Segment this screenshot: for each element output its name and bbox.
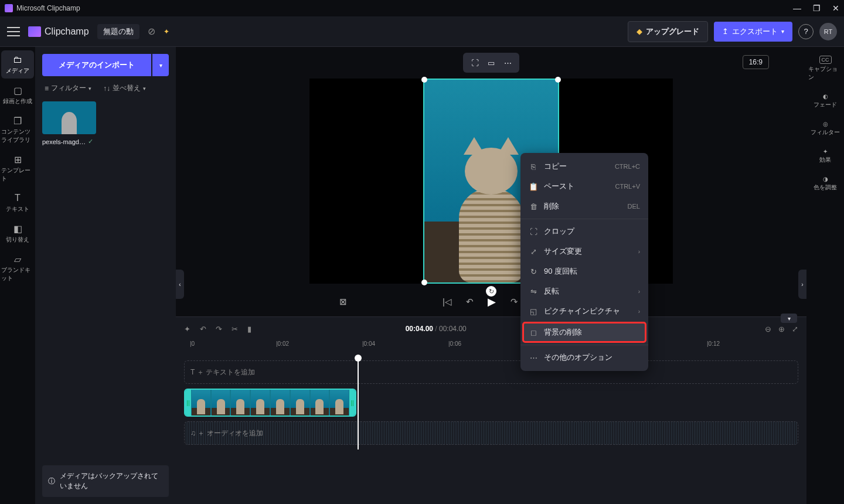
menu-item-paste[interactable]: 📋ペーストCTRL+V: [520, 176, 648, 196]
zoom-out-button[interactable]: ⊖: [765, 325, 771, 333]
import-dropdown[interactable]: ▾: [152, 54, 169, 76]
resize-handle-tr[interactable]: [555, 77, 561, 83]
menu-item-more[interactable]: ⋯その他のオプション: [520, 348, 648, 367]
rr-label: フェード: [814, 101, 837, 109]
menu-item-crop[interactable]: ⛶クロップ: [520, 222, 648, 241]
sparkle-icon[interactable]: ✦: [164, 28, 169, 36]
text-track[interactable]: T ＋ テキストを追加: [184, 360, 798, 384]
cm-label: その他のオプション: [544, 352, 612, 363]
filter-label: フィルター: [51, 83, 86, 93]
sidebar-item-captions[interactable]: CCキャプション: [808, 53, 842, 84]
zoom-in-button[interactable]: ⊕: [778, 325, 785, 333]
clip-handle-left[interactable]: ||: [185, 390, 191, 416]
sidebar-item-media[interactable]: 🗀メディア: [1, 50, 34, 79]
sidebar-label: コンテンツライブラリ: [1, 128, 34, 144]
close-button[interactable]: ✕: [832, 4, 839, 13]
undo-button[interactable]: ↶: [200, 325, 206, 333]
menu-item-resize[interactable]: ⤢サイズ変更›: [520, 241, 648, 261]
menu-button[interactable]: [7, 27, 20, 36]
sort-button[interactable]: ↑↓並べ替え▾: [103, 83, 146, 93]
sidebar-item-filters[interactable]: ◎フィルター: [808, 118, 842, 139]
play-button[interactable]: ▶: [486, 295, 498, 308]
crop-tool[interactable]: ⛶: [468, 56, 482, 70]
thumbnail-image: [42, 101, 96, 134]
sidebar-label: テンプレート: [1, 166, 34, 183]
import-media-button[interactable]: メディアのインポート: [42, 54, 151, 76]
cloud-sync-icon[interactable]: ⊘: [148, 26, 155, 37]
hide-button[interactable]: ⊠: [337, 297, 349, 307]
aspect-ratio-button[interactable]: 16:9: [743, 55, 769, 69]
filter-button[interactable]: ≡フィルター▾: [45, 83, 91, 93]
menu-item-flip[interactable]: ⇋反転›: [520, 281, 648, 301]
prev-button[interactable]: |◁: [441, 297, 453, 307]
cm-label: クロップ: [544, 226, 574, 237]
ruler-label: 0:06: [450, 340, 461, 347]
sidebar-item-record[interactable]: ▢録画と作成: [1, 81, 34, 109]
menu-item-pip[interactable]: ◱ピクチャインピクチャ›: [520, 301, 648, 321]
export-button[interactable]: ↥ エクスポート ▾: [714, 22, 792, 42]
menu-divider: [520, 219, 648, 219]
panel-chevron[interactable]: ▾: [781, 314, 797, 323]
upgrade-button[interactable]: ◆ アップグレード: [628, 21, 708, 42]
sidebar-item-library[interactable]: ❐コンテンツライブラリ: [1, 111, 34, 148]
timeline-ruler[interactable]: |0 |0:02 |0:04 |0:06 |0:08 |0:10 |0:12: [184, 340, 798, 356]
color-icon: ◑: [823, 176, 828, 182]
sidebar-label: 録画と作成: [3, 97, 32, 105]
user-avatar[interactable]: RT: [819, 23, 837, 40]
rewind-button[interactable]: ↶: [464, 297, 475, 307]
cat-image: [450, 148, 532, 282]
camera-icon: ▢: [12, 84, 23, 96]
sidebar-item-brandkit[interactable]: ▱ブランドキット: [1, 250, 34, 286]
sidebar-item-text[interactable]: Tテキスト: [1, 189, 34, 217]
project-name-input[interactable]: 無題の動: [97, 24, 139, 39]
flip-icon: ⇋: [529, 287, 538, 296]
fade-icon: ◐: [823, 93, 828, 100]
center-area: ‹ › ⛶ ▭ ⋯ 16:9 ↻: [176, 47, 806, 504]
media-thumbnail[interactable]: pexels-magd…✓: [42, 101, 96, 145]
menu-item-delete[interactable]: 🗑削除DEL: [520, 196, 648, 216]
cm-shortcut: CTRL+C: [615, 163, 640, 170]
text-icon: T: [190, 368, 195, 376]
more-icon: ⋯: [529, 353, 538, 362]
video-clip[interactable]: || ||: [184, 389, 356, 417]
brand-logo[interactable]: Clipchamp: [28, 26, 89, 37]
forward-button[interactable]: ↷: [508, 297, 520, 307]
audio-track[interactable]: ♫ ＋ オーディオを追加: [184, 421, 798, 445]
resize-handle-bl[interactable]: [421, 280, 427, 285]
export-label: エクスポート: [732, 26, 778, 37]
chevron-right-icon: ›: [638, 308, 640, 315]
menu-divider: [520, 345, 648, 345]
sidebar-item-fade[interactable]: ◐フェード: [808, 90, 842, 112]
info-icon: ⓘ: [48, 476, 55, 486]
maximize-button[interactable]: ❐: [813, 4, 821, 13]
bg-remove-icon: ◻: [529, 328, 538, 337]
sidebar-item-effects[interactable]: ✦効果: [808, 145, 842, 167]
redo-button[interactable]: ↷: [216, 325, 222, 333]
upload-icon: ↥: [722, 27, 729, 36]
rotate-handle[interactable]: ↻: [486, 286, 496, 297]
sort-icon: ↑↓: [103, 84, 110, 93]
time-current: 00:04.00: [406, 325, 433, 333]
menu-item-rotate[interactable]: ↻90 度回転: [520, 261, 648, 281]
thumbnail-name: pexels-magd…: [42, 138, 86, 145]
cm-label: 背景の削除: [544, 327, 582, 338]
marker-button[interactable]: ▮: [247, 325, 251, 333]
clip-handle-right[interactable]: ||: [349, 390, 355, 416]
fit-tool[interactable]: ▭: [484, 56, 498, 70]
help-button[interactable]: ?: [798, 24, 814, 39]
ai-tool[interactable]: ✦: [184, 325, 190, 333]
more-tool[interactable]: ⋯: [501, 56, 515, 70]
menu-item-copy[interactable]: ⎘コピーCTRL+C: [520, 156, 648, 176]
split-button[interactable]: ✂: [232, 325, 238, 333]
sidebar-item-color[interactable]: ◑色を調整: [808, 173, 842, 195]
zoom-fit-button[interactable]: ⤢: [792, 325, 798, 333]
timeline: ▾ ✦ ↶ ↷ ✂ ▮ 00:04.00 / 00:04.00 ⊖ ⊕ ⤢: [176, 316, 806, 504]
menu-item-remove-bg[interactable]: ◻背景の削除: [523, 322, 646, 342]
resize-icon: ⤢: [529, 247, 538, 256]
minimize-button[interactable]: —: [793, 4, 801, 13]
resize-handle-tl[interactable]: [421, 77, 427, 83]
playhead[interactable]: [358, 356, 359, 449]
sidebar-item-transitions[interactable]: ◧切り替え: [1, 219, 34, 247]
sidebar-item-templates[interactable]: ⊞テンプレート: [1, 150, 34, 186]
backup-notice[interactable]: ⓘ メディアはバックアップされていません: [42, 465, 169, 497]
